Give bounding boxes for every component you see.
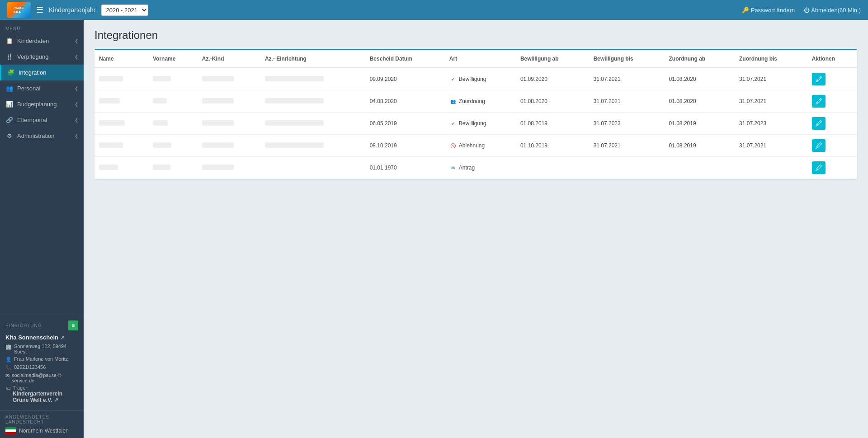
topnav-right: 🔑 Passwort ändern ⏻ Abmelden(60 Min.) [742,7,861,14]
cell-zuordnung-ab: 01.08.2020 [665,68,735,90]
table-row: 01.01.1970 ✉ Antrag [94,157,857,179]
integrationen-table: Name Vorname Az.-Kind Az.- Einrichtung B… [94,50,857,179]
table-row: 09.09.2020 ✔ Bewilligung 01.09.2020 31.0… [94,68,857,90]
menu-toggle-icon[interactable]: ☰ [36,5,43,15]
cell-aktionen [807,157,857,179]
passwort-aendern-link[interactable]: 🔑 Passwort ändern [742,7,795,14]
cell-bewilligung-bis [589,157,665,179]
cell-art: ✉ Antrag [445,157,516,179]
col-az-kind: Az.-Kind [198,50,260,68]
traeger-name: Kindergartenverein Grüne Welt e.V. ↗ [13,391,62,403]
einrichtung-name: Kita Sonnenschein ↗ [5,334,78,341]
cell-bewilligung-ab: 01.10.2019 [516,135,589,157]
landesrecht-value: Nordrhein-Westfalen [19,428,69,434]
cell-bewilligung-ab: 01.08.2020 [516,90,589,113]
einrichtung-header: EINRICHTUNG ≡ [5,320,78,330]
cell-az-kind [198,90,260,113]
cell-zuordnung-bis [735,157,807,179]
contact-icon: 👤 [5,357,12,363]
sidebar-item-personal[interactable]: 👥 Personal ❮ [0,80,84,96]
einrichtung-label: EINRICHTUNG [5,323,42,328]
edit-button[interactable] [812,161,826,174]
administration-label: Administration [17,132,71,139]
cell-az-einrichtung [260,68,365,90]
budgetplanung-label: Budgetplanung [17,101,71,108]
sidebar-item-verpflegung[interactable]: 🍴 Verpflegung ❮ [0,49,84,65]
cell-bewilligung-bis: 31.07.2021 [589,68,665,90]
kinderdaten-chevron: ❮ [75,38,78,43]
menu-section-label: MENÜ [0,20,84,33]
cell-aktionen [807,113,857,135]
kindergartenjahr-label: Kindergartenjahr [49,6,96,14]
cell-aktionen [807,90,857,113]
cell-bescheid-datum: 06.05.2019 [365,113,445,135]
col-name: Name [94,50,148,68]
sidebar-item-administration[interactable]: ⚙ Administration ❮ [0,128,84,144]
cell-vorname [148,68,198,90]
layout: MENÜ 📋 Kinderdaten ❮ 🍴 Verpflegung ❮ 🧩 I… [0,20,868,438]
einrichtung-traeger-row: 🏷 Träger: Kindergartenverein Grüne Welt … [5,385,78,403]
cell-az-kind [198,157,260,179]
cell-art: 👥 Zuordnung [445,90,516,113]
cell-zuordnung-ab: 01.08.2019 [665,113,735,135]
year-select[interactable]: 2020 - 2021 2019 - 2020 2021 - 2022 [101,5,148,16]
edit-button[interactable] [812,73,826,85]
sidebar-item-integration[interactable]: 🧩 Integration [0,65,84,80]
traeger-label: Träger: [13,385,28,391]
cell-az-kind [198,68,260,90]
cell-az-einrichtung [260,157,365,179]
logo: PAUSEKITA [7,2,31,18]
top-navigation: PAUSEKITA ☰ Kindergartenjahr 2020 - 2021… [0,0,868,20]
abmelden-link[interactable]: ⏻ Abmelden(60 Min.) [804,7,861,14]
budgetplanung-icon: 📊 [5,101,14,108]
einrichtung-action-button[interactable]: ≡ [68,320,78,330]
einrichtung-section: EINRICHTUNG ≡ Kita Sonnenschein ↗ 🏢 Sonn… [0,315,84,410]
page-title: Integrationen [94,29,857,42]
cell-name [94,135,148,157]
address-icon: 🏢 [5,344,12,350]
personal-icon: 👥 [5,85,14,92]
traeger-icon: 🏷 [5,386,10,391]
art-label: Ablehnung [459,142,485,149]
col-bescheid-datum: Bescheid Datum [365,50,445,68]
einrichtung-address-row: 🏢 Sonnenweg 122, 59494 Soest [5,344,78,354]
edit-button[interactable] [812,117,826,130]
edit-button[interactable] [812,139,826,152]
elternportal-icon: 🔗 [5,117,14,123]
main-content: Integrationen Name Vorname Az.-Kind Az.-… [84,20,868,438]
einrichtung-email: socialmedia@pause-it-service.de [12,372,78,383]
einrichtung-external-link-icon[interactable]: ↗ [60,334,65,341]
cell-bewilligung-bis: 31.07.2023 [589,113,665,135]
sidebar-item-budgetplanung[interactable]: 📊 Budgetplanung ❮ [0,96,84,112]
landesrecht-section: ANGEWENDETES LANDESRECHT Nordrhein-Westf… [0,410,84,438]
cell-vorname [148,90,198,113]
sidebar-item-kinderdaten[interactable]: 📋 Kinderdaten ❮ [0,33,84,49]
integrationen-table-card: Name Vorname Az.-Kind Az.- Einrichtung B… [94,49,857,179]
cell-aktionen [807,135,857,157]
cell-az-kind [198,135,260,157]
cell-bewilligung-ab: 01.09.2020 [516,68,589,90]
art-label: Bewilligung [459,76,486,82]
col-art: Art [445,50,516,68]
cell-name [94,90,148,113]
cell-bewilligung-ab [516,157,589,179]
kinderdaten-icon: 📋 [5,38,14,44]
einrichtung-contact: Frau Marlene von Moritz [14,356,68,362]
cell-bewilligung-bis: 31.07.2021 [589,90,665,113]
cell-az-einrichtung [260,135,365,157]
administration-chevron: ❮ [75,133,78,138]
sidebar-item-elternportal[interactable]: 🔗 Elternportal ❮ [0,112,84,128]
email-icon: ✉ [5,373,9,379]
cell-art: ✔ Bewilligung [445,113,516,135]
traeger-external-link-icon[interactable]: ↗ [54,397,58,403]
cell-zuordnung-bis: 31.07.2021 [735,90,807,113]
einrichtung-phone: 02921/123456 [14,364,46,370]
cell-bewilligung-bis: 31.07.2021 [589,135,665,157]
art-label: Antrag [459,165,475,171]
edit-button[interactable] [812,95,826,108]
col-bewilligung-bis: Bewilligung bis [589,50,665,68]
table-row: 06.05.2019 ✔ Bewilligung 01.08.2019 31.0… [94,113,857,135]
personal-label: Personal [17,85,71,92]
cell-bewilligung-ab: 01.08.2019 [516,113,589,135]
verpflegung-label: Verpflegung [17,53,71,60]
